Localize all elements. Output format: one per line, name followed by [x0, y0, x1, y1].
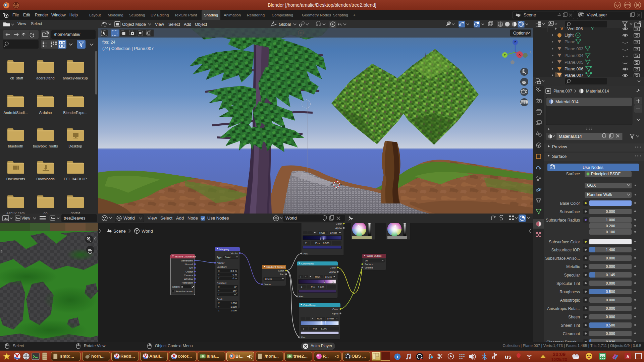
svg-text:Object Mode: Object Mode	[122, 22, 146, 27]
svg-text:World: World	[142, 229, 153, 234]
svg-text:Pos: Pos	[313, 327, 317, 330]
svg-text:Pos: Pos	[311, 286, 315, 289]
svg-text:Linear: Linear	[327, 317, 334, 320]
svg-text:X: X	[218, 302, 220, 305]
svg-text:Color: Color	[330, 266, 336, 269]
svg-text:(74) Collection | Plane.007: (74) Collection | Plane.007	[102, 46, 154, 51]
svg-text:Object: Object	[185, 270, 193, 273]
svg-text:GGX: GGX	[587, 183, 596, 188]
svg-text:1.000: 1.000	[230, 305, 237, 308]
svg-text:Y: Y	[218, 273, 220, 276]
svg-text:Mapping: Mapping	[219, 248, 229, 251]
svg-text:ColorRamp: ColorRamp	[301, 262, 314, 265]
svg-text:Select: Select	[168, 22, 180, 27]
svg-text:Vert.006: Vert.006	[567, 26, 583, 31]
svg-text:RGB: RGB	[317, 317, 322, 320]
svg-text:Object: Object	[195, 22, 207, 27]
svg-text:Plane.003: Plane.003	[565, 47, 583, 51]
svg-text:2: 2	[305, 242, 307, 245]
svg-text:Location:: Location:	[217, 265, 227, 268]
svg-text:Vector: Vector	[231, 252, 238, 255]
svg-text:All: All	[365, 259, 368, 262]
svg-text:0 m: 0 m	[232, 277, 237, 280]
svg-text:Y: Y	[504, 53, 506, 57]
svg-text:Fac: Fac	[299, 295, 304, 298]
svg-text:Light: Light	[565, 33, 574, 38]
svg-text:UV: UV	[190, 266, 193, 269]
svg-text:Alpha: Alpha	[332, 312, 339, 315]
svg-text:0.500: 0.500	[323, 242, 329, 245]
svg-text:5: 5	[303, 327, 304, 330]
svg-text:World Output: World Output	[367, 254, 382, 257]
svg-text:Z: Z	[218, 293, 220, 296]
svg-text:0°: 0°	[234, 293, 237, 296]
svg-text:Reflection: Reflection	[182, 281, 193, 284]
svg-text:Fac: Fac	[304, 252, 308, 255]
svg-text:Random Walk: Random Walk	[587, 192, 612, 197]
svg-text:X: X	[218, 286, 220, 289]
svg-text:Use Nodes: Use Nodes	[583, 165, 603, 170]
svg-text:RGB: RGB	[319, 231, 325, 234]
svg-text:Node: Node	[187, 216, 198, 221]
svg-text:90°: 90°	[233, 289, 237, 292]
svg-text:Camera: Camera	[184, 274, 193, 277]
svg-text:Add: Add	[184, 22, 191, 27]
svg-text:0 m: 0 m	[232, 273, 237, 276]
svg-text:Surface: Surface	[566, 172, 580, 176]
svg-text:View: View	[155, 22, 164, 27]
svg-text:0°: 0°	[234, 286, 237, 289]
svg-text:Z: Z	[218, 277, 220, 280]
svg-text:Point: Point	[225, 256, 231, 259]
svg-text:1.000: 1.000	[230, 302, 237, 305]
svg-text:X: X	[519, 53, 521, 56]
svg-text:Preview: Preview	[552, 144, 567, 149]
svg-text:Linear: Linear	[325, 276, 332, 279]
svg-text:Vector: Vector	[264, 283, 272, 286]
svg-text:a: a	[627, 354, 629, 359]
svg-text:Linear: Linear	[330, 231, 337, 234]
svg-text:Alpha: Alpha	[335, 227, 342, 230]
svg-text:Plane: Plane	[565, 40, 575, 44]
svg-text:Plane.006: Plane.006	[565, 67, 583, 71]
svg-text:From Instancer: From Instancer	[176, 290, 193, 293]
svg-text:Principled BSDF: Principled BSDF	[591, 172, 621, 176]
svg-text:Generated: Generated	[181, 259, 193, 262]
svg-text:Z: Z	[514, 41, 516, 44]
svg-text:us: us	[505, 354, 512, 360]
svg-text:Global: Global	[279, 22, 291, 27]
svg-text:Surface: Surface	[365, 263, 373, 266]
svg-text:Y: Y	[218, 305, 220, 308]
svg-text:Plane.004: Plane.004	[565, 53, 583, 58]
svg-text:V: V	[560, 26, 563, 31]
svg-text:Surface: Surface	[552, 154, 567, 159]
svg-text:Volume: Volume	[365, 266, 373, 269]
svg-text:Rotation:: Rotation:	[217, 282, 227, 285]
svg-text:Object:: Object:	[172, 285, 180, 288]
svg-text:Pos: Pos	[315, 242, 320, 245]
svg-text:Scale:: Scale:	[217, 298, 224, 301]
svg-text:Z: Z	[218, 309, 220, 312]
svg-text:Color: Color	[278, 269, 284, 272]
svg-text:Select: Select	[160, 216, 173, 221]
svg-text:Plane.007: Plane.007	[553, 89, 572, 94]
svg-text:fps: 24: fps: 24	[102, 40, 115, 45]
svg-text:RGB: RGB	[315, 276, 320, 279]
svg-text:World: World	[285, 216, 297, 221]
svg-text:Y: Y	[218, 289, 220, 292]
svg-text:+: +	[300, 276, 302, 279]
svg-text:Options: Options	[513, 31, 528, 36]
svg-text:−: −	[305, 275, 307, 278]
svg-text:Texture Coordinate: Texture Coordinate	[175, 255, 196, 258]
svg-text:Fac: Fac	[280, 273, 284, 276]
svg-text:0.5 m: 0.5 m	[230, 269, 237, 273]
svg-text:Vector: Vector	[217, 261, 225, 264]
svg-text:Material.014: Material.014	[555, 100, 579, 104]
svg-text:10/25/23: 10/25/23	[551, 357, 567, 362]
svg-text:Type:: Type:	[217, 256, 223, 259]
svg-text:View: View	[148, 216, 157, 221]
svg-text:Alpha: Alpha	[329, 270, 336, 274]
svg-text:X: X	[218, 269, 220, 273]
svg-text:20:09: 20:09	[553, 351, 566, 357]
svg-text:4: 4	[301, 286, 302, 289]
svg-text:Add: Add	[176, 216, 184, 221]
